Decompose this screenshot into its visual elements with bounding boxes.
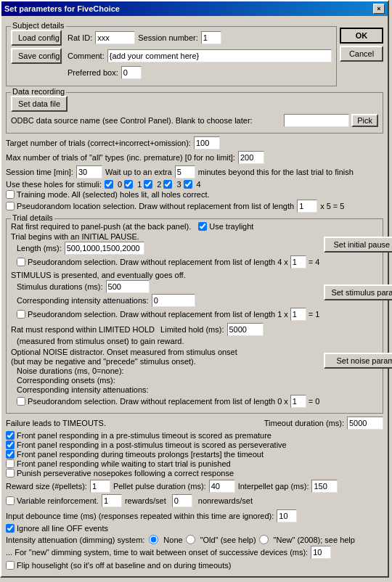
houselight-check[interactable] <box>6 561 15 570</box>
window-title: Set parameters for FiveChoice <box>4 4 120 13</box>
training-check[interactable] <box>6 190 15 199</box>
pseudo-eq-val: = 4 <box>309 258 320 266</box>
set-noise-button[interactable]: Set noise parameters <box>324 353 392 369</box>
close-button[interactable]: × <box>373 4 385 14</box>
variable-label: Variable reinforcement. <box>17 496 99 505</box>
pseudo-x-input[interactable] <box>290 255 306 269</box>
pseudo-input[interactable] <box>297 200 317 213</box>
pseudo-x2-input[interactable] <box>290 308 306 321</box>
pick-button[interactable]: Pick <box>351 114 378 127</box>
pulse-label: Pellet pulse duration (ms): <box>113 482 206 491</box>
dimming-new-label: "New" (2008); see help <box>274 536 355 544</box>
debounce-input[interactable] <box>277 509 297 522</box>
noise-onset-label: Corresponding onsets (ms): <box>17 376 115 385</box>
length-input[interactable] <box>65 242 144 255</box>
noise-label: Optional NOISE distractor. Onset measure… <box>11 348 237 356</box>
use-traylight-check[interactable] <box>198 222 207 231</box>
limited-hold-ms-label: Limited hold (ms): <box>160 325 224 334</box>
hole1-label: 1 <box>137 180 142 189</box>
wait-input[interactable] <box>175 165 195 179</box>
dimming-wait-label: ... For "new" dimming system, time to wa… <box>6 548 308 557</box>
pseudo-x3: x <box>284 397 288 406</box>
wait-label: Wait up to an extra <box>105 168 172 176</box>
pseudo-x2: x <box>284 310 288 319</box>
training-label: Training mode. All (selected) holes lit,… <box>17 190 210 199</box>
load-config-button[interactable]: Load config <box>11 30 62 46</box>
timeout-duration-label: Timeout duration (ms): <box>264 419 344 427</box>
cb1-label: Front panel responding in a pre-stimulus… <box>17 431 271 440</box>
initial-pause-label: Trial begins with an INITIAL PAUSE. <box>11 232 139 241</box>
dimming-none-radio[interactable] <box>149 535 158 544</box>
pref-box-input[interactable] <box>121 66 142 79</box>
pseudo-x3-input[interactable] <box>290 395 306 408</box>
dimming-wait-input[interactable] <box>311 546 331 559</box>
hole0-check[interactable] <box>105 180 113 189</box>
interpellet-input[interactable] <box>311 480 338 493</box>
cb5-check[interactable] <box>6 469 15 478</box>
pseudorandom-check[interactable] <box>6 202 15 210</box>
rewards-input[interactable] <box>102 494 122 507</box>
title-bar: Set parameters for FiveChoice × <box>1 1 388 16</box>
comment-input[interactable] <box>107 49 332 62</box>
cb2-label: Front panel responding in a post-stimulu… <box>17 440 287 449</box>
ignore-check[interactable] <box>6 524 15 533</box>
pseudo-val: 4 <box>277 258 282 266</box>
dimming-new-radio[interactable] <box>259 535 269 544</box>
pseudo-eq-val3: = 0 <box>309 397 320 406</box>
dimming-old-label: "Old" (see help) <box>200 536 256 544</box>
cb4-check[interactable] <box>6 459 15 468</box>
cb1-check[interactable] <box>6 431 15 440</box>
timeouts-label: Failure leads to TIMEOUTS. <box>6 419 106 427</box>
pseudorandom-label: Pseudorandom location selection. Draw wi… <box>17 202 294 210</box>
cancel-button[interactable]: Cancel <box>340 46 383 62</box>
odbc-label: ODBC data source name (see Control Panel… <box>11 116 282 125</box>
holes-label: Use these holes for stimuli: <box>6 180 102 189</box>
dimming-old-radio[interactable] <box>186 535 195 544</box>
hole1-check[interactable] <box>124 180 133 189</box>
stimulus-label: STIMULUS is presented, and eventually go… <box>11 271 186 279</box>
pseudo-sel3-check[interactable] <box>17 397 25 406</box>
cb4-label: Front panel responding while waiting to … <box>17 459 231 468</box>
pseudo-sel-check[interactable] <box>17 258 25 266</box>
cb3-label: Front panel responding during timeouts p… <box>17 450 264 459</box>
odbc-input[interactable] <box>284 114 349 127</box>
save-config-button[interactable]: Save config <box>11 48 62 64</box>
set-stimulus-button[interactable]: Set stimulus parameters <box>324 284 392 300</box>
hole2-check[interactable] <box>144 180 152 189</box>
hole4-check[interactable] <box>184 180 192 189</box>
max-input[interactable] <box>238 151 264 164</box>
pseudo-eq-val2: = 1 <box>309 310 320 319</box>
stim-int-input[interactable] <box>152 294 195 307</box>
timeout-duration-input[interactable] <box>347 417 383 430</box>
stim-dur-label: Stimulus durations (ms): <box>17 282 103 291</box>
hole3-check[interactable] <box>163 180 172 189</box>
cb2-check[interactable] <box>6 440 15 449</box>
main-window: Set parameters for FiveChoice × Subject … <box>0 0 389 578</box>
reward-size-input[interactable] <box>90 480 110 493</box>
subject-group-title: Subject details <box>11 21 66 30</box>
pseudo-val2: 1 <box>277 310 282 319</box>
cb3-check[interactable] <box>6 450 15 459</box>
rat-id-input[interactable] <box>95 31 135 44</box>
pseudo-sel3-label: Pseudorandom selection. Draw without rep… <box>28 397 275 406</box>
set-initial-pause-button[interactable]: Set initial pause values <box>324 237 392 253</box>
stim-int-label: Corresponding intensity attenuations: <box>17 296 149 305</box>
variable-reinf-check[interactable] <box>6 496 15 505</box>
pseudo-sel-label: Pseudorandom selection. Draw without rep… <box>28 258 275 266</box>
target-input[interactable] <box>194 136 220 149</box>
limited-hold-input[interactable] <box>227 323 264 336</box>
set-data-file-button[interactable]: Set data file <box>11 96 68 112</box>
interpellet-label: Interpellet gap (ms): <box>238 482 309 491</box>
pulse-input[interactable] <box>209 480 235 493</box>
pseudo-val3: 0 <box>277 397 282 406</box>
pseudo-eq: x 5 = 5 <box>320 202 344 210</box>
ok-button[interactable]: OK <box>340 28 383 44</box>
data-recording-title: Data recording <box>11 87 66 96</box>
pseudo-sel2-check[interactable] <box>17 310 25 319</box>
limited-hold-label: Rat must respond within LIMITED HOLD <box>11 325 155 334</box>
session-min-input[interactable] <box>76 165 102 179</box>
nonrewards-input[interactable] <box>172 494 192 507</box>
session-input[interactable] <box>201 31 221 44</box>
pseudo-sel2-label: Pseudorandom selection. Draw without rep… <box>28 310 275 319</box>
stim-dur-input[interactable] <box>106 280 150 293</box>
